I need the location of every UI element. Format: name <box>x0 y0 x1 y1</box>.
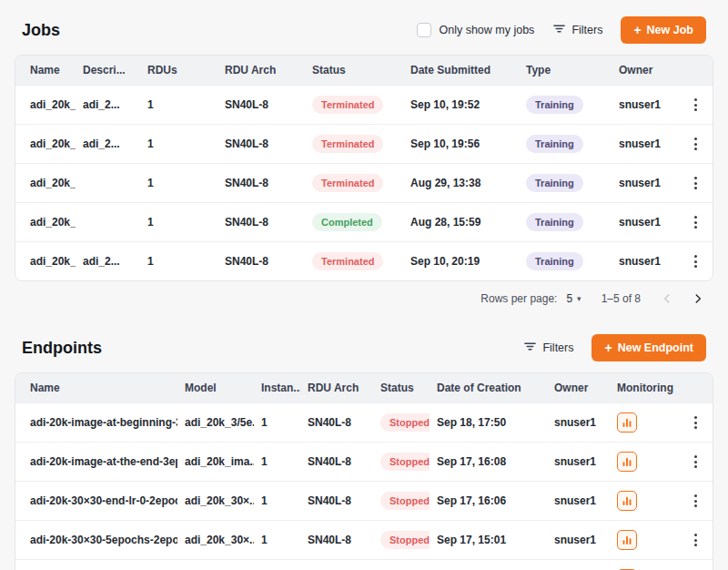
monitoring-chart-icon[interactable] <box>617 412 637 433</box>
jobs-table: Name Descri... RDUs RDU Arch Status Date… <box>15 56 713 280</box>
job-rdus: 1 <box>140 86 217 125</box>
plus-icon: + <box>604 341 612 354</box>
endpoints-header-row: Name Model Instan... RDU Arch Status Dat… <box>15 373 713 403</box>
endpoint-model: adi_20k_3/5e... <box>177 403 254 443</box>
status-badge: Terminated <box>312 252 383 270</box>
jobs-filters-label: Filters <box>571 24 602 36</box>
chevron-left-icon[interactable] <box>661 292 673 305</box>
jobs-filters-button[interactable]: Filters <box>549 16 606 44</box>
job-rdu-arch: SN40L-8 <box>217 203 305 242</box>
endpoint-model: llava-v1.5-7b <box>177 560 254 570</box>
job-description: adi_2... <box>76 125 140 164</box>
job-rdus: 1 <box>140 164 217 203</box>
chevron-right-icon[interactable] <box>692 292 704 305</box>
chevron-down-icon: ▾ <box>577 294 581 303</box>
kebab-menu-icon[interactable] <box>690 95 702 115</box>
only-show-my-jobs-checkbox-group[interactable]: Only show my jobs <box>417 23 534 37</box>
page-title-endpoints: Endpoints <box>22 339 102 358</box>
new-endpoint-button[interactable]: + New Endpoint <box>592 334 706 361</box>
column-header-status: Status <box>373 373 430 403</box>
column-header-name: Name <box>15 373 177 403</box>
table-row[interactable]: adi_20k_... adi_2... 1 SN40L-8 Terminate… <box>15 86 713 125</box>
endpoint-owner: snuser1 <box>547 560 610 570</box>
table-row[interactable]: adi_20k_... adi_2... 1 SN40L-8 Terminate… <box>15 125 713 164</box>
status-badge: Stopped <box>380 413 430 432</box>
endpoint-name: adi-20k-30×30-5epochs-2epoc... <box>15 521 177 560</box>
table-row[interactable]: adi-20k-image-at-beginning-3e... adi_20k… <box>15 403 713 443</box>
kebab-menu-icon[interactable] <box>690 412 702 433</box>
rows-per-page-select[interactable]: 5 ▾ <box>566 292 581 305</box>
endpoint-rdu-arch: SN40L-8 <box>300 521 373 560</box>
table-row[interactable]: adi-20k-image-at-the-end-3epo... adi_20k… <box>15 443 713 482</box>
kebab-menu-icon[interactable] <box>690 491 702 511</box>
table-row[interactable]: adi-20k-30×30-end-lr-0-2epoch... adi_20k… <box>15 482 713 521</box>
type-badge: Training <box>526 174 583 192</box>
endpoint-instances: 1 <box>254 521 300 560</box>
new-job-button[interactable]: + New Job <box>621 16 706 44</box>
new-endpoint-label: New Endpoint <box>618 341 693 354</box>
job-rdu-arch: SN40L-8 <box>217 125 305 164</box>
endpoint-owner: snuser1 <box>547 521 610 560</box>
column-header-model: Model <box>177 373 254 403</box>
job-description: adi_2... <box>76 242 140 281</box>
endpoints-filters-label: Filters <box>542 341 573 354</box>
monitoring-chart-icon[interactable] <box>617 452 637 472</box>
only-show-my-jobs-checkbox[interactable] <box>417 23 431 37</box>
job-rdus: 1 <box>140 125 217 164</box>
type-badge: Training <box>526 213 583 231</box>
jobs-pagination: Rows per page: 5 ▾ 1–5 of 8 <box>15 281 713 305</box>
endpoints-filters-button[interactable]: Filters <box>520 334 577 361</box>
kebab-menu-icon[interactable] <box>690 134 702 154</box>
column-header-name: Name <box>15 56 76 86</box>
job-rdu-arch: SN40L-8 <box>217 242 305 281</box>
type-badge: Training <box>526 135 583 153</box>
new-job-label: New Job <box>647 24 693 36</box>
job-name: adi_20k_... <box>15 242 76 281</box>
kebab-menu-icon[interactable] <box>690 212 702 232</box>
monitoring-chart-icon[interactable] <box>617 530 637 550</box>
type-badge: Training <box>526 96 583 114</box>
endpoint-name: adi-20k-image-at-the-end-3epo... <box>15 443 177 482</box>
job-date-submitted: Aug 28, 15:59 <box>403 203 519 242</box>
endpoint-rdu-arch: SN40L-8 <box>300 403 373 443</box>
endpoint-owner: snuser1 <box>547 443 610 482</box>
job-date-submitted: Sep 10, 19:52 <box>403 86 519 125</box>
job-owner: snuser1 <box>612 242 679 281</box>
job-owner: snuser1 <box>612 86 679 125</box>
endpoint-date-of-creation: Sep 17, 16:08 <box>430 443 547 482</box>
column-header-status: Status <box>305 56 403 86</box>
table-row[interactable]: adi_20k_... adi_2... 1 SN40L-8 Terminate… <box>15 242 713 281</box>
table-row[interactable]: llava-v1-5 llava-v1.5-7b 1 SN40L-8 Stopp… <box>15 560 713 570</box>
job-owner: snuser1 <box>612 164 679 203</box>
kebab-menu-icon[interactable] <box>690 173 702 193</box>
pagination-range: 1–5 of 8 <box>602 292 641 305</box>
only-show-my-jobs-label: Only show my jobs <box>439 24 534 36</box>
endpoint-owner: snuser1 <box>547 403 610 443</box>
column-header-type: Type <box>519 56 612 86</box>
endpoints-section-header: Endpoints Filters + New Endpoint <box>15 329 713 372</box>
endpoints-table-card: Name Model Instan... RDU Arch Status Dat… <box>15 372 713 570</box>
kebab-menu-icon[interactable] <box>690 251 702 271</box>
column-header-date-submitted: Date Submitted <box>403 56 519 86</box>
status-badge: Stopped <box>380 492 430 510</box>
job-date-submitted: Sep 10, 20:19 <box>403 242 519 281</box>
table-row[interactable]: adi_20k_... 1 SN40L-8 Terminated Aug 29,… <box>15 164 713 203</box>
status-badge: Terminated <box>312 96 383 114</box>
job-description <box>76 203 140 242</box>
monitoring-chart-icon[interactable] <box>617 491 637 511</box>
endpoint-date-of-creation: Sep 18, 17:50 <box>430 403 547 443</box>
jobs-section: Jobs Only show my jobs Filters + New Job <box>15 11 713 305</box>
kebab-menu-icon[interactable] <box>690 452 702 472</box>
kebab-menu-icon[interactable] <box>690 530 702 550</box>
endpoint-date-of-creation: Sep 6, 15:45 <box>430 560 547 570</box>
jobs-header-row: Name Descri... RDUs RDU Arch Status Date… <box>15 56 713 86</box>
table-row[interactable]: adi_20k_... 1 SN40L-8 Completed Aug 28, … <box>15 203 713 242</box>
table-row[interactable]: adi-20k-30×30-5epochs-2epoc... adi_20k_3… <box>15 521 713 560</box>
page-title-jobs: Jobs <box>22 21 60 40</box>
job-rdus: 1 <box>140 242 217 281</box>
jobs-section-header: Jobs Only show my jobs Filters + New Job <box>15 11 713 55</box>
pager-arrows <box>661 292 704 305</box>
endpoint-rdu-arch: SN40L-8 <box>300 482 373 521</box>
job-rdu-arch: SN40L-8 <box>217 86 305 125</box>
job-owner: snuser1 <box>612 203 679 242</box>
